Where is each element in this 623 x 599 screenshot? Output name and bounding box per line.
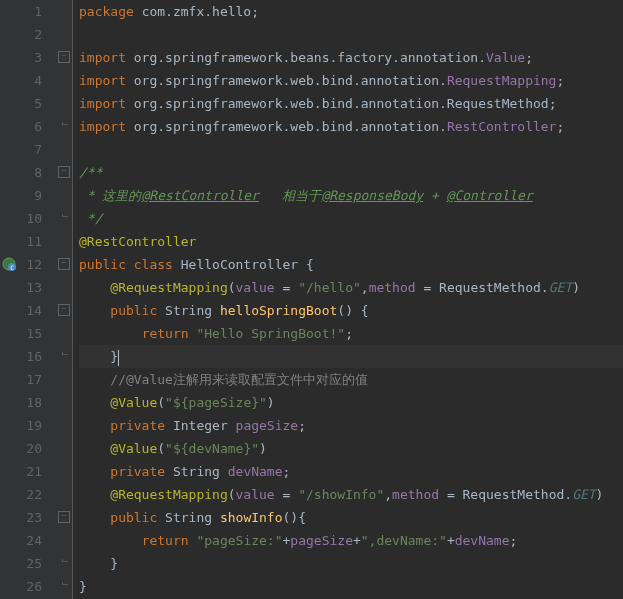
code-line[interactable]: import org.springframework.beans.factory… [79, 46, 623, 69]
gutter-icon-column: C [0, 0, 18, 599]
fold-end-icon: ⌐ [60, 554, 70, 564]
gutter-icon-slot [0, 299, 18, 322]
code-line[interactable]: import org.springframework.web.bind.anno… [79, 69, 623, 92]
line-number: 2 [24, 23, 42, 46]
fold-slot [50, 529, 72, 552]
code-line[interactable]: import org.springframework.web.bind.anno… [79, 115, 623, 138]
run-class-icon[interactable]: C [2, 257, 16, 271]
code-editor[interactable]: C 12345678910111213141516171819202122232… [0, 0, 623, 599]
line-number: 5 [24, 92, 42, 115]
code-line[interactable]: @RequestMapping(value = "/showInfo",meth… [79, 483, 623, 506]
code-line[interactable]: import org.springframework.web.bind.anno… [79, 92, 623, 115]
code-line[interactable]: package com.zmfx.hello; [79, 0, 623, 23]
fold-collapse-icon[interactable]: − [58, 511, 70, 523]
line-number: 15 [24, 322, 42, 345]
code-line[interactable]: public String showInfo(){ [79, 506, 623, 529]
code-line[interactable]: * 这里的@RestController 相当于@ResponseBody + … [79, 184, 623, 207]
line-number: 12 [24, 253, 42, 276]
gutter-icon-slot [0, 184, 18, 207]
code-line[interactable]: return "pageSize:"+pageSize+",devName:"+… [79, 529, 623, 552]
gutter-icon-slot [0, 506, 18, 529]
gutter-icon-slot [0, 345, 18, 368]
fold-collapse-icon[interactable]: − [58, 304, 70, 316]
line-number-gutter: 1234567891011121314151617181920212223242… [18, 0, 50, 599]
code-line[interactable]: @Value("${devName}") [79, 437, 623, 460]
code-line[interactable]: public class HelloController { [79, 253, 623, 276]
code-line[interactable]: private String devName; [79, 460, 623, 483]
gutter-icon-slot [0, 460, 18, 483]
fold-slot [50, 138, 72, 161]
gutter-icon-slot [0, 115, 18, 138]
code-line[interactable]: @RestController [79, 230, 623, 253]
fold-slot [50, 437, 72, 460]
svg-text:C: C [10, 264, 14, 271]
fold-slot: − [50, 161, 72, 184]
line-number: 26 [24, 575, 42, 598]
gutter-icon-slot [0, 529, 18, 552]
code-line[interactable]: @Value("${pageSize}") [79, 391, 623, 414]
code-line[interactable]: return "Hello SpringBoot!"; [79, 322, 623, 345]
fold-slot [50, 460, 72, 483]
line-number: 11 [24, 230, 42, 253]
gutter-icon-slot [0, 161, 18, 184]
code-line[interactable]: /** [79, 161, 623, 184]
code-line[interactable]: //@Value注解用来读取配置文件中对应的值 [79, 368, 623, 391]
code-line[interactable]: @RequestMapping(value = "/hello",method … [79, 276, 623, 299]
fold-slot [50, 230, 72, 253]
fold-slot [50, 368, 72, 391]
line-number: 16 [24, 345, 42, 368]
fold-slot [50, 322, 72, 345]
code-line[interactable]: */ [79, 207, 623, 230]
fold-slot [50, 483, 72, 506]
gutter-icon-slot [0, 368, 18, 391]
line-number: 25 [24, 552, 42, 575]
line-number: 8 [24, 161, 42, 184]
line-number: 23 [24, 506, 42, 529]
fold-slot: ⌐ [50, 345, 72, 368]
code-line[interactable]: } [79, 552, 623, 575]
code-area[interactable]: package com.zmfx.hello;import org.spring… [73, 0, 623, 599]
line-number: 22 [24, 483, 42, 506]
fold-slot [50, 92, 72, 115]
fold-slot: − [50, 46, 72, 69]
line-number: 10 [24, 207, 42, 230]
line-number: 20 [24, 437, 42, 460]
fold-end-icon: ⌐ [60, 577, 70, 587]
gutter-icon-slot [0, 276, 18, 299]
gutter-icon-slot [0, 414, 18, 437]
fold-collapse-icon[interactable]: − [58, 258, 70, 270]
fold-slot: ⌐ [50, 115, 72, 138]
line-number: 17 [24, 368, 42, 391]
line-number: 19 [24, 414, 42, 437]
fold-slot [50, 69, 72, 92]
code-line[interactable] [79, 138, 623, 161]
fold-slot: ⌐ [50, 552, 72, 575]
code-line[interactable]: public String helloSpringBoot() { [79, 299, 623, 322]
code-line[interactable]: private Integer pageSize; [79, 414, 623, 437]
fold-slot: ⌐ [50, 207, 72, 230]
line-number: 14 [24, 299, 42, 322]
fold-slot: − [50, 253, 72, 276]
fold-slot [50, 0, 72, 23]
fold-slot: ⌐ [50, 575, 72, 598]
code-line[interactable]: } [79, 345, 623, 368]
fold-end-icon: ⌐ [60, 117, 70, 127]
gutter-icon-slot [0, 207, 18, 230]
fold-collapse-icon[interactable]: − [58, 51, 70, 63]
line-number: 21 [24, 460, 42, 483]
fold-slot [50, 414, 72, 437]
line-number: 4 [24, 69, 42, 92]
line-number: 13 [24, 276, 42, 299]
gutter-icon-slot [0, 138, 18, 161]
code-line[interactable]: } [79, 575, 623, 598]
gutter-icon-slot [0, 483, 18, 506]
fold-end-icon: ⌐ [60, 347, 70, 357]
gutter-icon-slot [0, 437, 18, 460]
gutter-icon-slot [0, 322, 18, 345]
line-number: 7 [24, 138, 42, 161]
fold-slot [50, 391, 72, 414]
gutter-icon-slot [0, 575, 18, 598]
code-line[interactable] [79, 23, 623, 46]
fold-collapse-icon[interactable]: − [58, 166, 70, 178]
line-number: 9 [24, 184, 42, 207]
